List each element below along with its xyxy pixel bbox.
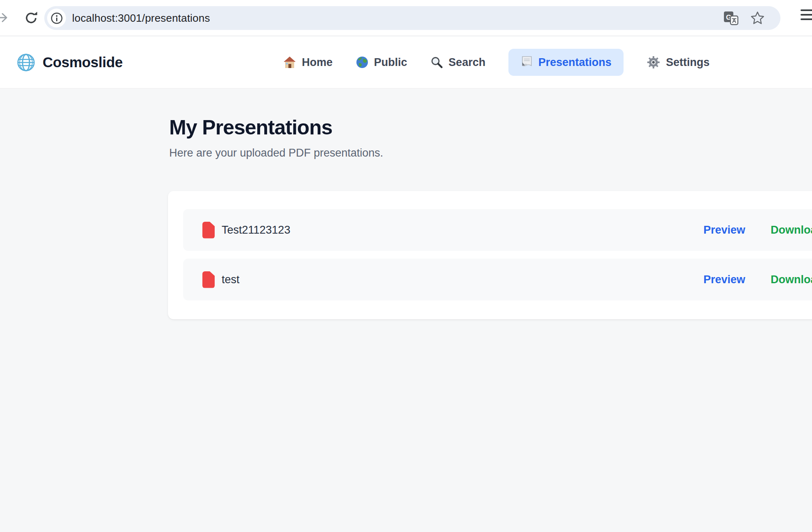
download-link[interactable]: Download bbox=[771, 224, 812, 236]
nav-item-label: Home bbox=[302, 56, 333, 69]
presentations-card: Test21123123 Preview Download test Previ… bbox=[168, 191, 812, 319]
brand-name: Cosmoslide bbox=[43, 54, 122, 70]
presentation-row: test Preview Download bbox=[183, 259, 812, 300]
address-bar[interactable]: localhost:3001/presentations G bbox=[44, 6, 780, 30]
browser-menu-icon[interactable] bbox=[801, 9, 812, 20]
presentation-row: Test21123123 Preview Download bbox=[183, 209, 812, 251]
preview-link[interactable]: Preview bbox=[703, 224, 745, 236]
reload-icon[interactable] bbox=[20, 7, 43, 30]
app-navbar: Cosmoslide Home bbox=[0, 36, 812, 89]
nav-item-home[interactable]: Home bbox=[283, 56, 333, 69]
public-globe-icon bbox=[356, 56, 369, 69]
nav-item-label: Settings bbox=[666, 56, 710, 69]
nav-item-label: Search bbox=[449, 56, 485, 69]
pdf-file-icon bbox=[202, 271, 215, 288]
nav-item-presentations[interactable]: Presentations bbox=[508, 49, 624, 76]
presentation-name: test bbox=[222, 273, 240, 286]
forward-arrow-icon[interactable] bbox=[0, 11, 9, 25]
nav-item-label: Public bbox=[374, 56, 407, 69]
translate-icon[interactable]: G bbox=[724, 11, 739, 25]
nav-item-settings[interactable]: Settings bbox=[646, 55, 710, 69]
document-icon bbox=[521, 56, 533, 69]
bookmark-star-icon[interactable] bbox=[750, 11, 765, 25]
page-subtitle: Here are your uploaded PDF presentations… bbox=[169, 147, 812, 159]
presentation-name: Test21123123 bbox=[222, 224, 290, 236]
url-text[interactable]: localhost:3001/presentations bbox=[72, 12, 210, 25]
nav-item-search[interactable]: Search bbox=[430, 56, 485, 69]
nav-item-public[interactable]: Public bbox=[356, 56, 407, 69]
page-info-icon[interactable] bbox=[47, 9, 66, 27]
brand-logo[interactable]: Cosmoslide bbox=[16, 53, 122, 72]
page-title: My Presentations bbox=[169, 116, 812, 139]
nav-menu: Home Public Search bbox=[283, 49, 710, 76]
download-link[interactable]: Download bbox=[771, 273, 812, 286]
browser-toolbar: localhost:3001/presentations G bbox=[0, 0, 812, 36]
gear-icon bbox=[646, 55, 660, 69]
nav-item-label: Presentations bbox=[538, 56, 612, 69]
preview-link[interactable]: Preview bbox=[703, 273, 745, 286]
globe-icon bbox=[16, 53, 36, 72]
home-icon bbox=[283, 56, 297, 69]
main-content: My Presentations Here are your uploaded … bbox=[0, 89, 812, 319]
pdf-file-icon bbox=[202, 222, 215, 239]
search-icon bbox=[430, 56, 443, 69]
